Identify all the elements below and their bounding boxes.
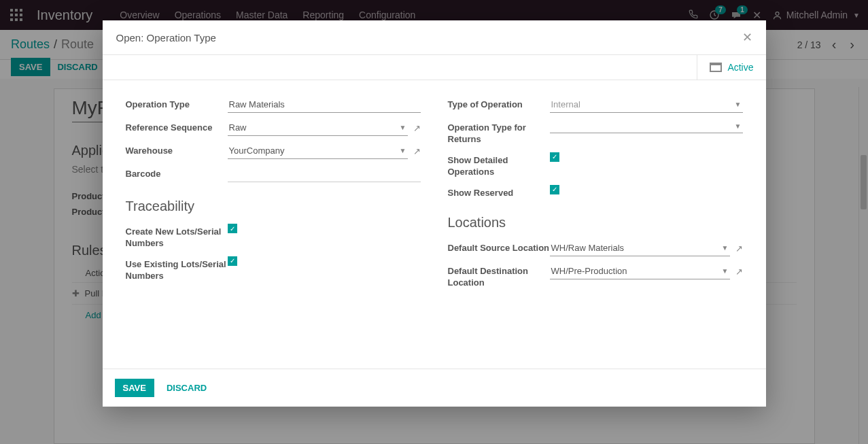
chevron-down-icon[interactable]: ▼ — [722, 244, 729, 252]
modal-toolbar: Active — [103, 55, 766, 80]
warehouse-select[interactable]: YourCompany ▼ — [228, 143, 408, 159]
modal-save-button[interactable]: SAVE — [115, 379, 154, 397]
chevron-down-icon[interactable]: ▼ — [735, 101, 742, 108]
operation-type-input[interactable] — [228, 97, 421, 113]
show-reserved-checkbox[interactable]: ✓ — [550, 185, 559, 194]
external-link-icon[interactable]: ↗ — [413, 146, 421, 156]
external-link-icon[interactable]: ↗ — [735, 267, 743, 277]
show-detailed-checkbox[interactable]: ✓ — [550, 152, 559, 162]
warehouse-value: YourCompany — [229, 146, 400, 156]
section-locations: Locations — [448, 215, 743, 230]
modal-body: Operation Type Reference Sequence Raw ▼ — [103, 80, 766, 369]
modal-discard-button[interactable]: DISCARD — [160, 379, 213, 397]
chevron-down-icon[interactable]: ▼ — [400, 124, 406, 131]
modal-right-col: Type of Operation Internal ▼ Operation T… — [448, 97, 743, 296]
chevron-down-icon[interactable]: ▼ — [735, 122, 742, 130]
default-dest-select[interactable]: WH/Pre-Production ▼ — [550, 263, 730, 279]
reference-sequence-select[interactable]: Raw ▼ — [228, 120, 408, 136]
archive-icon — [710, 63, 722, 72]
reference-sequence-value: Raw — [229, 122, 400, 133]
label-create-lots: Create New Lots/Serial Numbers — [126, 224, 228, 250]
modal-overlay[interactable]: Open: Operation Type ✕ Active Operation … — [0, 0, 868, 444]
modal-dialog: Open: Operation Type ✕ Active Operation … — [103, 20, 766, 407]
default-source-value: WH/Raw Materials — [551, 243, 722, 253]
modal-footer: SAVE DISCARD — [103, 369, 766, 407]
use-lots-checkbox[interactable]: ✓ — [228, 256, 237, 266]
chevron-down-icon[interactable]: ▼ — [722, 267, 729, 275]
modal-title: Open: Operation Type — [116, 32, 216, 44]
label-type-of-operation: Type of Operation — [448, 97, 550, 111]
external-link-icon[interactable]: ↗ — [413, 123, 421, 133]
modal-header: Open: Operation Type ✕ — [103, 20, 766, 55]
active-label: Active — [727, 62, 753, 73]
label-default-dest: Default Destination Location — [448, 263, 550, 289]
external-link-icon[interactable]: ↗ — [735, 243, 743, 254]
label-show-reserved: Show Reserved — [448, 185, 550, 199]
label-reference-sequence: Reference Sequence — [126, 120, 228, 134]
label-op-returns: Operation Type for Returns — [448, 120, 550, 146]
section-traceability: Traceability — [126, 199, 421, 214]
create-lots-checkbox[interactable]: ✓ — [228, 224, 237, 233]
modal-left-col: Operation Type Reference Sequence Raw ▼ — [126, 97, 421, 296]
label-warehouse: Warehouse — [126, 143, 228, 157]
type-of-operation-select[interactable]: Internal ▼ — [550, 97, 743, 113]
label-use-lots: Use Existing Lots/Serial Numbers — [126, 256, 228, 282]
label-default-source: Default Source Location — [448, 240, 550, 254]
label-barcode: Barcode — [126, 166, 228, 180]
default-dest-value: WH/Pre-Production — [551, 266, 722, 276]
default-source-select[interactable]: WH/Raw Materials ▼ — [550, 240, 730, 256]
label-show-detailed: Show Detailed Operations — [448, 152, 550, 178]
barcode-input[interactable] — [228, 166, 421, 182]
chevron-down-icon[interactable]: ▼ — [400, 147, 406, 154]
modal-close-button[interactable]: ✕ — [742, 30, 752, 45]
label-operation-type: Operation Type — [126, 97, 228, 111]
op-returns-select[interactable]: ▼ — [550, 120, 743, 133]
type-of-operation-value: Internal — [551, 99, 735, 109]
active-toggle[interactable]: Active — [697, 55, 765, 80]
